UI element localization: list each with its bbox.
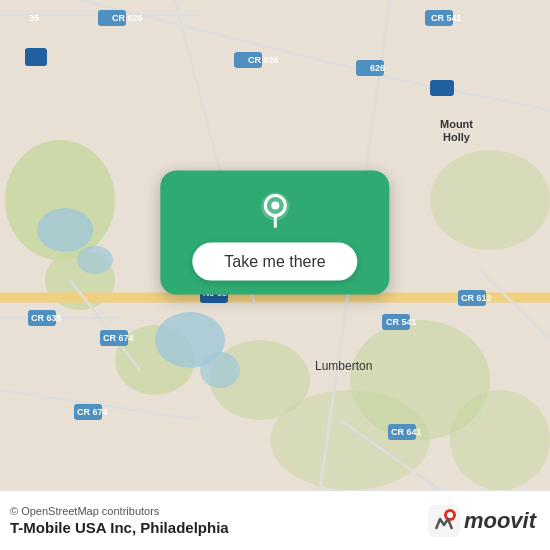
svg-text:CR 636: CR 636	[31, 313, 62, 323]
svg-rect-27	[430, 80, 454, 96]
business-name: T-Mobile USA Inc, Philadelphia	[10, 519, 229, 536]
map-container: CR 626 CR 626 626 CR 541 CR 541 CR 541 3…	[0, 0, 550, 490]
bottom-left: © OpenStreetMap contributors T-Mobile US…	[10, 505, 229, 536]
moovit-logo[interactable]: moovit	[428, 505, 536, 537]
svg-rect-58	[428, 505, 460, 537]
svg-point-60	[447, 512, 453, 518]
take-me-there-button[interactable]: Take me there	[192, 243, 357, 281]
svg-point-57	[271, 202, 279, 210]
svg-text:Mount: Mount	[440, 118, 473, 130]
moovit-brand-icon	[428, 505, 460, 537]
svg-point-8	[450, 390, 550, 490]
location-pin-icon	[253, 189, 297, 233]
svg-text:626: 626	[370, 63, 385, 73]
svg-text:CR 541: CR 541	[386, 317, 417, 327]
svg-text:CR 674: CR 674	[103, 333, 134, 343]
svg-point-10	[77, 246, 113, 274]
svg-rect-25	[25, 48, 47, 66]
svg-point-6	[430, 150, 550, 250]
app: CR 626 CR 626 626 CR 541 CR 541 CR 541 3…	[0, 0, 550, 550]
svg-point-9	[37, 208, 93, 252]
svg-point-12	[200, 352, 240, 388]
green-bubble[interactable]: Take me there	[160, 171, 389, 295]
svg-text:Lumberton: Lumberton	[315, 359, 372, 373]
svg-text:Holly: Holly	[443, 131, 471, 143]
moovit-text: moovit	[464, 508, 536, 534]
svg-text:CR 541: CR 541	[431, 13, 462, 23]
svg-text:CR 674: CR 674	[77, 407, 108, 417]
svg-text:CR 626: CR 626	[112, 13, 143, 23]
svg-text:CR 612: CR 612	[461, 293, 492, 303]
osm-attribution: © OpenStreetMap contributors	[10, 505, 229, 517]
svg-text:CR 641: CR 641	[391, 427, 422, 437]
svg-text:35: 35	[29, 13, 39, 23]
bottom-bar: © OpenStreetMap contributors T-Mobile US…	[0, 490, 550, 550]
action-overlay: Take me there	[160, 171, 389, 295]
svg-text:CR 626: CR 626	[248, 55, 279, 65]
